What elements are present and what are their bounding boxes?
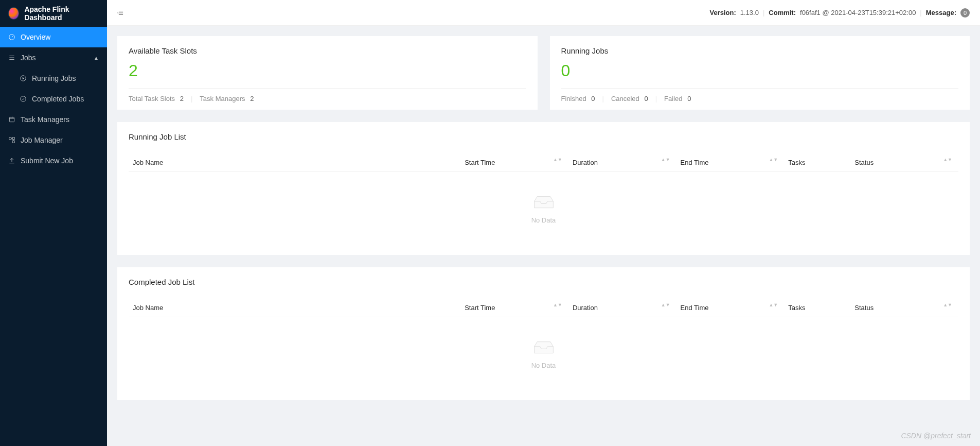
check-circle-icon xyxy=(20,95,27,102)
divider: | xyxy=(602,95,604,102)
svg-rect-6 xyxy=(12,141,14,143)
svg-rect-4 xyxy=(9,138,11,140)
canceled-jobs: Canceled 0 xyxy=(611,95,648,102)
cluster-icon xyxy=(8,136,15,144)
col-tasks[interactable]: Tasks xyxy=(784,299,850,317)
version-value: 1.13.0 xyxy=(740,9,759,16)
sidebar-label-running-jobs: Running Jobs xyxy=(32,74,76,82)
task-managers-value: 2 xyxy=(250,95,254,102)
sidebar-label-overview: Overview xyxy=(21,33,50,41)
failed-jobs: Failed 0 xyxy=(664,95,691,102)
task-managers-count: Task Managers 2 xyxy=(200,95,254,102)
finished-value: 0 xyxy=(591,95,595,102)
col-job-name[interactable]: Job Name xyxy=(129,153,460,172)
running-job-list-section: Running Job List Job Name Start Time▲▼ D… xyxy=(117,122,970,255)
sidebar-item-submit-new-job[interactable]: Submit New Job xyxy=(0,150,107,171)
sidebar-label-submit-new-job: Submit New Job xyxy=(21,157,73,165)
commit-value: f06faf1 @ 2021-04-23T15:39:21+02:00 xyxy=(800,9,916,16)
version-label: Version: xyxy=(709,9,736,16)
col-job-name[interactable]: Job Name xyxy=(129,299,460,317)
card-footer: Finished 0 | Canceled 0 | Failed 0 xyxy=(561,88,959,102)
finished-jobs: Finished 0 xyxy=(561,95,595,102)
completed-empty-state: No Data xyxy=(129,317,958,380)
play-circle-icon xyxy=(20,75,27,82)
card-available-task-slots: Available Task Slots 2 Total Task Slots … xyxy=(117,36,538,110)
stat-row: Available Task Slots 2 Total Task Slots … xyxy=(117,36,970,110)
brand-title: Apache Flink Dashboard xyxy=(24,5,99,22)
col-status[interactable]: Status▲▼ xyxy=(850,299,958,317)
chevron-up-icon: ▲ xyxy=(94,55,99,61)
dashboard-icon xyxy=(8,33,15,41)
total-slots-value: 2 xyxy=(180,95,184,102)
completed-job-list-title: Completed Job List xyxy=(129,278,958,286)
sort-icon: ▲▼ xyxy=(769,304,778,306)
completed-job-table: Job Name Start Time▲▼ Duration▲▼ End Tim… xyxy=(129,299,958,317)
sidebar-label-job-manager: Job Manager xyxy=(21,136,63,144)
sidebar: Apache Flink Dashboard Overview Jobs ▲ R… xyxy=(0,0,107,446)
inbox-icon xyxy=(532,340,555,355)
svg-rect-3 xyxy=(9,117,14,122)
commit-label: Commit: xyxy=(769,9,796,16)
schedule-icon xyxy=(8,116,15,123)
card-footer: Total Task Slots 2 | Task Managers 2 xyxy=(129,88,526,102)
sidebar-item-task-managers[interactable]: Task Managers xyxy=(0,109,107,130)
failed-value: 0 xyxy=(687,95,691,102)
sidebar-label-task-managers: Task Managers xyxy=(21,115,69,124)
col-duration[interactable]: Duration▲▼ xyxy=(568,153,676,172)
running-empty-state: No Data xyxy=(129,172,958,234)
sidebar-label-jobs: Jobs xyxy=(21,54,36,62)
jobs-submenu: Running Jobs Completed Jobs xyxy=(0,68,107,109)
sort-icon: ▲▼ xyxy=(769,159,778,161)
inbox-icon xyxy=(532,195,555,210)
col-tasks[interactable]: Tasks xyxy=(784,153,850,172)
sort-icon: ▲▼ xyxy=(553,304,562,306)
running-job-table: Job Name Start Time▲▼ Duration▲▼ End Tim… xyxy=(129,153,958,172)
total-slots: Total Task Slots 2 xyxy=(129,95,184,102)
topbar-right: Version: 1.13.0 | Commit: f06faf1 @ 2021… xyxy=(709,8,970,18)
divider: | xyxy=(763,9,764,16)
sidebar-item-completed-jobs[interactable]: Completed Jobs xyxy=(0,89,107,109)
card-running-jobs: Running Jobs 0 Finished 0 | Canceled 0 |… xyxy=(550,36,970,110)
sidebar-item-overview[interactable]: Overview xyxy=(0,27,107,47)
message-count-badge[interactable]: 0 xyxy=(960,8,970,18)
sidebar-item-job-manager[interactable]: Job Manager xyxy=(0,130,107,150)
card-title: Available Task Slots xyxy=(129,46,526,55)
main-menu: Overview Jobs ▲ Running Jobs Completed J… xyxy=(0,27,107,171)
sidebar-item-running-jobs[interactable]: Running Jobs xyxy=(0,68,107,89)
menu-fold-icon[interactable] xyxy=(117,9,124,16)
divider: | xyxy=(191,95,192,102)
col-start-time[interactable]: Start Time▲▼ xyxy=(460,153,568,172)
col-end-time[interactable]: End Time▲▼ xyxy=(676,299,785,317)
col-start-time[interactable]: Start Time▲▼ xyxy=(460,299,568,317)
message-label: Message: xyxy=(926,9,956,16)
sort-icon: ▲▼ xyxy=(943,304,952,306)
divider: | xyxy=(655,95,657,102)
running-jobs-value: 0 xyxy=(561,62,959,79)
completed-job-list-section: Completed Job List Job Name Start Time▲▼… xyxy=(117,267,970,400)
empty-text: No Data xyxy=(129,216,958,224)
col-duration[interactable]: Duration▲▼ xyxy=(568,299,676,317)
brand-row: Apache Flink Dashboard xyxy=(0,0,107,27)
divider: | xyxy=(920,9,921,16)
sidebar-item-jobs[interactable]: Jobs ▲ xyxy=(0,47,107,68)
content: Available Task Slots 2 Total Task Slots … xyxy=(107,26,980,446)
running-job-list-title: Running Job List xyxy=(129,132,958,141)
main-area: Version: 1.13.0 | Commit: f06faf1 @ 2021… xyxy=(107,0,980,446)
col-status[interactable]: Status▲▼ xyxy=(850,153,958,172)
finished-label: Finished xyxy=(561,95,586,102)
sort-icon: ▲▼ xyxy=(661,159,670,161)
sort-icon: ▲▼ xyxy=(553,159,562,161)
sort-icon: ▲▼ xyxy=(661,304,670,306)
failed-label: Failed xyxy=(664,95,682,102)
bars-icon xyxy=(8,54,15,61)
flink-logo-icon xyxy=(8,7,19,20)
empty-text: No Data xyxy=(129,362,958,369)
canceled-value: 0 xyxy=(644,95,648,102)
svg-point-2 xyxy=(21,96,26,102)
sidebar-label-completed-jobs: Completed Jobs xyxy=(32,95,84,103)
available-slots-value: 2 xyxy=(129,62,526,79)
upload-icon xyxy=(8,157,15,164)
col-end-time[interactable]: End Time▲▼ xyxy=(676,153,785,172)
canceled-label: Canceled xyxy=(611,95,639,102)
svg-rect-5 xyxy=(12,138,14,140)
